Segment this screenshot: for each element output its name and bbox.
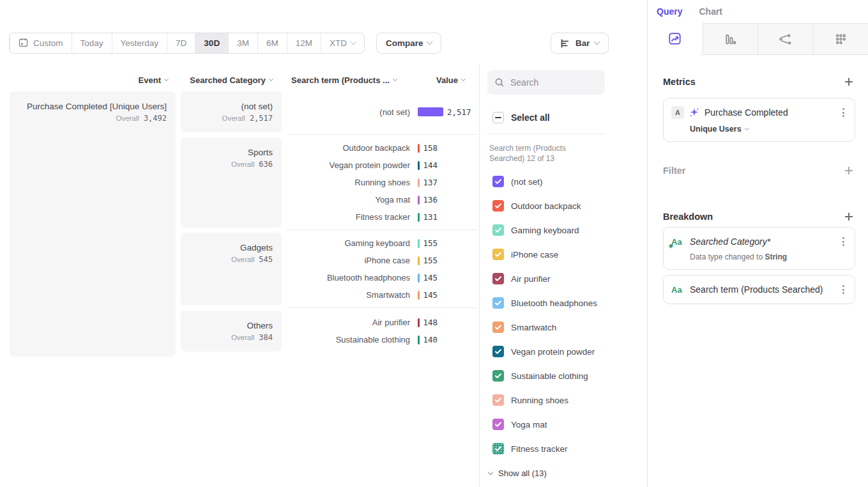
- term-row[interactable]: Outdoor backpack 158: [287, 139, 477, 157]
- metric-card[interactable]: A Purchase Completed Unique Users: [663, 98, 855, 142]
- event-cell[interactable]: Purchase Completed [Unique Users] Overal…: [10, 91, 176, 357]
- value-bar[interactable]: [418, 336, 420, 344]
- segment-checkbox-checked[interactable]: [492, 249, 504, 260]
- value-bar[interactable]: [418, 291, 420, 300]
- segment-checkbox-checked[interactable]: [492, 321, 504, 333]
- category-name: Sports: [181, 148, 273, 157]
- segment-row[interactable]: Gaming keyboard: [480, 218, 647, 242]
- segment-checkbox-checked[interactable]: [492, 443, 504, 454]
- checkmark-icon: [494, 445, 502, 452]
- kebab-menu-icon[interactable]: [840, 106, 847, 119]
- checkmark-icon: [494, 396, 502, 404]
- search-input[interactable]: [510, 77, 593, 88]
- segment-checkbox-checked[interactable]: [492, 370, 504, 382]
- term-row[interactable]: Air purifier 148: [287, 314, 477, 331]
- report-tab-insights[interactable]: [648, 23, 703, 55]
- breakdown-property-name: Searched Category*: [690, 236, 770, 247]
- kebab-menu-icon[interactable]: [840, 235, 847, 248]
- term-row[interactable]: iPhone case 155: [287, 252, 477, 269]
- value-bar[interactable]: [418, 196, 420, 205]
- column-header-value[interactable]: Value: [427, 73, 465, 86]
- segment-row[interactable]: Smartwatch: [480, 315, 647, 339]
- category-cell[interactable]: Gadgets Overall545: [181, 233, 282, 305]
- value-bar[interactable]: [418, 213, 420, 222]
- value-bar[interactable]: [418, 178, 420, 187]
- panel-tab[interactable]: Query: [657, 6, 682, 23]
- segment-row[interactable]: Running shoes: [480, 388, 647, 412]
- select-all-checkbox-indeterminate[interactable]: [492, 112, 504, 123]
- report-tab-flows[interactable]: [758, 23, 813, 54]
- column-header-search-term[interactable]: Search term (Products ...: [287, 75, 397, 85]
- segment-row[interactable]: Vegan protein powder: [480, 339, 647, 364]
- term-label: Yoga mat: [287, 195, 418, 205]
- column-header-searched-category[interactable]: Searched Category: [181, 75, 282, 85]
- date-range-button[interactable]: 30D: [195, 33, 228, 53]
- measure-selector[interactable]: Unique Users: [690, 125, 847, 134]
- value-bar[interactable]: [418, 256, 420, 265]
- segment-checkbox-checked[interactable]: [492, 273, 504, 284]
- segment-row[interactable]: Air purifier: [480, 267, 647, 291]
- term-row[interactable]: Yoga mat 136: [287, 191, 477, 208]
- kebab-menu-icon[interactable]: [840, 283, 847, 296]
- chart-type-dropdown[interactable]: Bar: [551, 33, 609, 54]
- value-bar[interactable]: [418, 107, 443, 116]
- value-bar[interactable]: [418, 318, 420, 327]
- date-range-button[interactable]: Yesterday: [112, 33, 167, 53]
- value-label: 137: [423, 178, 438, 187]
- panel-tab[interactable]: Chart: [699, 6, 722, 23]
- add-breakdown-button[interactable]: [844, 212, 854, 222]
- term-row[interactable]: Bluetooth headphones 145: [287, 269, 477, 286]
- segment-checkbox-checked[interactable]: [492, 176, 504, 187]
- segment-checkbox-list: (not set) Outdoor backpack Gaming keyboa: [480, 169, 647, 461]
- category-cell[interactable]: (not set) Overall2,517: [181, 91, 282, 132]
- term-row[interactable]: Smartwatch 145: [287, 286, 477, 304]
- segment-checkbox-checked[interactable]: [492, 200, 504, 212]
- date-range-button[interactable]: 6M: [257, 33, 287, 53]
- compare-button[interactable]: Compare: [376, 33, 442, 54]
- segment-checkbox-checked[interactable]: [492, 297, 504, 309]
- date-range-button[interactable]: Today: [72, 33, 112, 53]
- query-builder-panel: Query Chart: [647, 0, 868, 487]
- column-header-event[interactable]: Event: [10, 75, 176, 85]
- select-all-row[interactable]: Select all: [492, 112, 647, 123]
- date-range-button[interactable]: 3M: [228, 33, 257, 53]
- segment-row[interactable]: Outdoor backpack: [480, 194, 647, 218]
- segment-search[interactable]: [487, 70, 605, 95]
- report-tab-retention[interactable]: [813, 23, 868, 54]
- term-row[interactable]: Fitness tracker 131: [287, 208, 477, 226]
- date-range-button[interactable]: 7D: [167, 33, 195, 53]
- term-row[interactable]: Gaming keyboard 155: [287, 235, 477, 252]
- value-bar[interactable]: [418, 274, 420, 282]
- checkmark-icon: [494, 178, 502, 185]
- category-cell[interactable]: Sports Overall636: [181, 137, 282, 228]
- segment-row[interactable]: (not set): [480, 169, 647, 194]
- segment-checkbox-checked[interactable]: [492, 224, 504, 236]
- term-row[interactable]: (not set) 2,517: [287, 104, 477, 121]
- date-range-button[interactable]: 12M: [287, 33, 321, 53]
- segment-row[interactable]: Bluetooth headphones: [480, 291, 647, 315]
- date-range-button[interactable]: Custom: [10, 33, 72, 53]
- category-cell[interactable]: Others Overall384: [181, 311, 282, 352]
- value-bar[interactable]: [418, 161, 420, 170]
- segment-checkbox-checked[interactable]: [492, 394, 504, 406]
- date-range-button[interactable]: XTD: [321, 33, 364, 53]
- breakdown-card[interactable]: Aa Search term (Products Searched): [663, 275, 855, 304]
- add-filter-button[interactable]: [844, 166, 854, 176]
- value-bar[interactable]: [418, 144, 420, 153]
- segment-row[interactable]: Fitness tracker: [480, 437, 647, 461]
- segment-row[interactable]: iPhone case: [480, 242, 647, 267]
- segment-checkbox-checked[interactable]: [492, 346, 504, 357]
- segment-row[interactable]: Yoga mat: [480, 412, 647, 437]
- segment-checkbox-checked[interactable]: [492, 419, 504, 430]
- value-bar[interactable]: [418, 239, 420, 248]
- report-tab-funnels[interactable]: [703, 23, 758, 54]
- date-range-label: 30D: [204, 38, 220, 48]
- add-metric-button[interactable]: [844, 77, 854, 87]
- term-row[interactable]: Running shoes 137: [287, 174, 477, 191]
- term-row[interactable]: Vegan protein powder 144: [287, 157, 477, 174]
- overall-value: 636: [259, 160, 273, 169]
- segment-row[interactable]: Sustainable clothing: [480, 364, 647, 388]
- breakdown-card[interactable]: Aa✱ Searched Category* Data type changed…: [663, 227, 855, 270]
- show-all-toggle[interactable]: Show all (13): [480, 462, 647, 484]
- term-row[interactable]: Sustainable clothing 140: [287, 331, 477, 348]
